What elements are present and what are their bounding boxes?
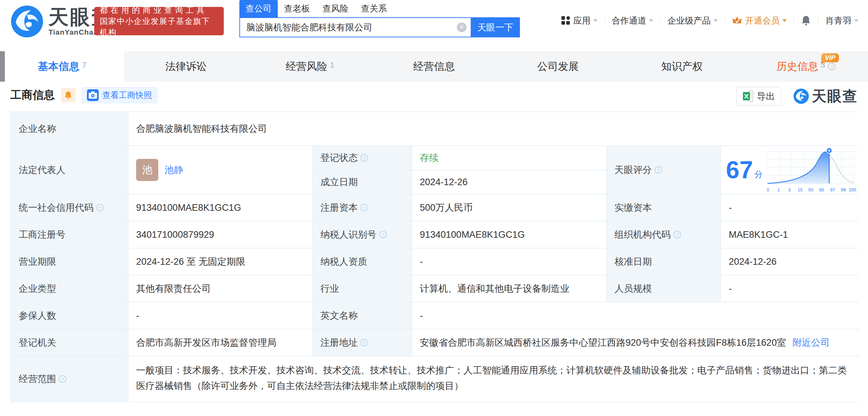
label-text: 纳税人资质 <box>320 255 367 268</box>
help-icon[interactable] <box>96 204 104 211</box>
export-button[interactable]: 导出 <box>736 87 781 106</box>
nav-cooperation[interactable]: 合作通道 <box>612 15 653 26</box>
tab-operation-risk[interactable]: 经营风险 1 <box>248 51 372 82</box>
notification-bell[interactable] <box>801 15 811 26</box>
tab-operation-info[interactable]: 经营信息 <box>372 51 496 82</box>
search-input[interactable] <box>246 22 448 33</box>
help-icon[interactable] <box>673 231 681 238</box>
chevron-down-icon <box>714 19 718 22</box>
company-name-value: 合肥脑波脑机智能科技有限公司 <box>129 112 862 145</box>
tab-basic-info[interactable]: 基本信息 7 <box>0 51 124 82</box>
chevron-down-icon <box>854 19 858 22</box>
english-name-value: - <box>412 302 862 329</box>
credit-code-value: 91340100MAE8K1GC1G <box>129 195 312 221</box>
avatar[interactable]: 池 <box>136 159 158 181</box>
tab-company-development[interactable]: 公司发展 <box>496 51 620 82</box>
help-icon[interactable] <box>828 63 835 70</box>
establish-date-value: 2024-12-26 <box>412 170 606 194</box>
search-tab-boss[interactable]: 查老板 <box>278 0 316 17</box>
monitor-bell-button[interactable] <box>61 88 76 102</box>
score-unit: 分 <box>754 169 763 180</box>
nearby-companies-link[interactable]: 附近公司 <box>792 336 830 349</box>
divider <box>660 16 661 25</box>
value-text: - <box>136 310 139 321</box>
value-text: - <box>420 310 423 321</box>
user-menu[interactable]: 肖青羽 <box>825 15 858 26</box>
value-text: 一般项目：技术服务、技术开发、技术咨询、技术交流、技术转让、技术推广；人工智能通… <box>136 365 847 391</box>
help-icon[interactable] <box>379 231 387 238</box>
label-text: 统一社会信用代码 <box>19 201 94 214</box>
reg-number-value: 340171000879929 <box>129 221 312 248</box>
nav-apps[interactable]: 应用 <box>561 15 597 26</box>
section-header: 工商信息 查看工商快照 <box>10 87 157 103</box>
value-text: - <box>420 256 423 267</box>
tab-label: 知识产权 <box>661 60 703 74</box>
promo-banner: 都在用的商业查询工具 国家中小企业发展子基金旗下机构 <box>94 7 224 35</box>
value-text: 91340100MAE8K1GC1G <box>136 202 241 213</box>
field-label: 实缴资本 <box>607 195 720 221</box>
camera-icon <box>87 89 99 101</box>
field-label: 登记状态 <box>313 146 411 170</box>
field-label: 企业类型 <box>11 275 128 302</box>
snapshot-button[interactable]: 查看工商快照 <box>82 87 157 103</box>
help-icon[interactable] <box>361 204 368 211</box>
value-text: 其他有限责任公司 <box>136 282 211 295</box>
legal-rep-link[interactable]: 池静 <box>165 164 183 176</box>
vip-badge: VIP <box>821 53 839 62</box>
value-text: 合肥脑波脑机智能科技有限公司 <box>136 123 267 135</box>
org-code-value: MAE8K1GC-1 <box>721 221 862 248</box>
score-value: 67 <box>726 158 753 182</box>
label-text: 参保人数 <box>19 309 56 322</box>
reg-status-value: 存续 <box>412 146 606 170</box>
field-label: 行业 <box>313 275 411 302</box>
value-text: - <box>729 283 732 294</box>
value-text: MAE8K1GC-1 <box>729 229 788 240</box>
industry-value: 计算机、通信和其他电子设备制造业 <box>412 275 606 302</box>
value-text: 340171000879929 <box>136 229 214 240</box>
tab-label: 经营信息 <box>413 60 455 74</box>
search-button[interactable]: 天眼一下 <box>471 17 520 37</box>
company-tabbar: 基本信息 7 法律诉讼 经营风险 1 经营信息 公司发展 知识产权 VIP 历史… <box>0 51 868 82</box>
search-tab-risk[interactable]: 查风险 <box>316 0 355 17</box>
label-text: 登记机关 <box>19 336 56 349</box>
bell-icon <box>801 15 811 26</box>
nav-cooperation-label: 合作通道 <box>612 15 646 26</box>
value-text: 计算机、通信和其他电子设备制造业 <box>420 282 569 295</box>
help-icon[interactable] <box>361 339 368 346</box>
reg-authority-value: 合肥市高新开发区市场监督管理局 <box>129 329 312 356</box>
field-label: 法定代表人 <box>11 146 128 194</box>
legal-rep-value: 池 池静 <box>129 146 312 194</box>
tab-history-info[interactable]: VIP 历史信息 3 <box>744 51 868 82</box>
chevron-down-icon <box>782 19 787 22</box>
nav-open-vip[interactable]: 开通会员 <box>732 15 787 26</box>
tianyan-score-cell[interactable]: 67 分 <box>721 146 862 194</box>
tab-intellectual-property[interactable]: 知识产权 <box>620 51 744 82</box>
search-tab-relation[interactable]: 查关系 <box>355 0 393 17</box>
search-tab-company[interactable]: 查公司 <box>239 0 278 17</box>
label-text: 营业期限 <box>19 255 56 268</box>
value-text: 安徽省合肥市高新区城西桥社区服务中心望江西路920号中安创谷科技园F8栋16层1… <box>420 336 786 349</box>
help-icon[interactable] <box>655 166 662 174</box>
value-text: 合肥市高新开发区市场监督管理局 <box>136 336 276 349</box>
label-text: 成立日期 <box>320 176 358 188</box>
help-icon[interactable] <box>59 375 67 383</box>
status-text: 存续 <box>420 152 439 164</box>
business-info-table: 企业名称 合肥脑波脑机智能科技有限公司 法定代表人 池 池静 登记状态 存续 成… <box>10 111 859 402</box>
taxpayer-id-value: 91340100MAE8K1GC1G <box>412 221 606 248</box>
clear-search-icon[interactable] <box>457 22 467 32</box>
watermark-logo: 天眼查 <box>793 87 858 106</box>
field-label: 纳税人识别号 <box>313 221 411 248</box>
value-text: 2024-12-26 至 无固定期限 <box>136 255 245 268</box>
apps-grid-icon <box>561 16 570 25</box>
field-label: 人员规模 <box>607 275 720 302</box>
score-axis-label: 0 <box>767 187 769 192</box>
value-text: 2024-12-26 <box>729 256 777 267</box>
score-axis-label: 3 <box>788 187 790 192</box>
tab-legal-litigation[interactable]: 法律诉讼 <box>124 51 248 82</box>
watermark-text: 天眼查 <box>812 87 858 106</box>
approval-date-value: 2024-12-26 <box>721 248 862 275</box>
help-icon[interactable] <box>361 154 368 162</box>
score-axis-label: 1 <box>777 187 780 192</box>
search-area: 查公司 查老板 查风险 查关系 天眼一下 <box>239 1 520 37</box>
nav-enterprise[interactable]: 企业级产品 <box>667 15 718 26</box>
